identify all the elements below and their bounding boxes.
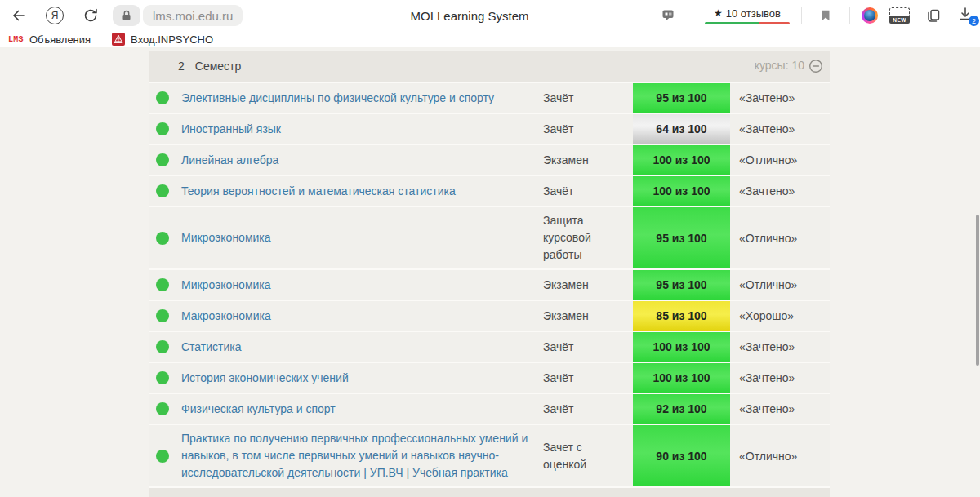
star-icon: ★	[714, 7, 723, 19]
url-field[interactable]: lms.moi.edu.ru	[143, 5, 243, 26]
assessment-type: Зачёт	[543, 396, 633, 423]
status-cell	[149, 207, 181, 268]
status-dot-icon	[156, 232, 169, 245]
course-link[interactable]: Иностранный язык	[181, 116, 543, 143]
ssl-lock-icon[interactable]	[113, 5, 140, 26]
course-row: Статистика Зачёт 100 из 100 «Зачтено»	[149, 332, 830, 363]
score-badge: 100 из 100	[633, 176, 730, 206]
status-cell	[149, 394, 181, 424]
collapse-minus-icon[interactable]	[808, 59, 823, 73]
extension-sphere-icon[interactable]	[862, 7, 878, 24]
status-dot-icon	[156, 184, 169, 197]
course-link[interactable]: Микроэкономика	[181, 224, 543, 251]
course-link[interactable]: Статистика	[181, 334, 543, 361]
assessment-type: Защита курсовой работы	[543, 207, 633, 268]
score-badge: 100 из 100	[633, 332, 730, 362]
status-cell	[149, 270, 181, 300]
course-row: Микроэкономика Экзамен 95 из 100 «Отличн…	[149, 270, 830, 301]
status-dot-icon	[156, 153, 169, 166]
course-row: Элективные дисциплины по физической куль…	[149, 83, 830, 114]
feedback-button[interactable]	[657, 3, 681, 28]
status-dot-icon	[156, 402, 169, 415]
course-row: Иностранный язык Зачёт 64 из 100 «Зачтен…	[149, 114, 830, 145]
reviews-rating-bar	[705, 22, 790, 24]
toolbar-right-icons: ★ 10 отзывов NEW 2	[657, 3, 973, 28]
status-dot-icon	[156, 371, 169, 384]
score-badge: 95 из 100	[633, 207, 730, 268]
page-content: 2 Семестр курсы: 10 Элективные дисциплин…	[0, 47, 980, 497]
address-bar[interactable]: lms.moi.edu.ru	[113, 5, 243, 26]
semester-number: 2	[178, 60, 185, 73]
vertical-scrollbar-thumb[interactable]	[976, 215, 979, 366]
course-row: Микроэкономика Защита курсовой работы 95…	[149, 207, 830, 270]
grade-text: «Зачтено»	[730, 180, 830, 202]
grades-table: 2 Семестр курсы: 10 Элективные дисциплин…	[149, 47, 830, 497]
status-dot-icon	[156, 309, 169, 322]
screenshot-new-icon[interactable]: NEW	[889, 7, 910, 24]
score-badge: 95 из 100	[633, 270, 730, 300]
lms-logo-icon: LMS	[8, 35, 24, 44]
course-row: Теория вероятностей и математическая ста…	[149, 176, 830, 207]
grade-text: «Зачтено»	[730, 335, 830, 358]
course-link[interactable]: Элективные дисциплины по физической куль…	[181, 85, 543, 112]
status-dot-icon	[156, 91, 169, 104]
bookmark-item-announcements[interactable]: LMS Объявления	[8, 33, 91, 46]
assessment-type: Зачёт	[543, 334, 633, 361]
bookmark-flag-icon	[818, 8, 833, 23]
score-badge: 90 из 100	[633, 425, 730, 486]
refresh-button[interactable]	[78, 3, 103, 28]
course-link[interactable]: Линейная алгебра	[181, 147, 543, 174]
status-cell	[149, 332, 181, 362]
score-badge: 95 из 100	[633, 83, 730, 113]
course-link[interactable]: Физическая культура и спорт	[181, 396, 543, 423]
courses-count-link[interactable]: курсы: 10	[755, 59, 804, 73]
toolbar-divider	[849, 7, 850, 24]
grade-text: «Хорошо»	[730, 304, 830, 327]
chat-bubble-icon	[661, 7, 677, 24]
bookmark-label: Вход.INPSYCHO	[131, 33, 213, 46]
assessment-type: Зачёт	[543, 178, 633, 205]
course-link[interactable]: Микроэкономика	[181, 272, 543, 299]
back-arrow-icon	[11, 7, 27, 24]
status-cell	[149, 145, 181, 175]
yandex-home-button[interactable]: Я	[42, 3, 67, 28]
bookmark-button[interactable]	[813, 3, 838, 28]
status-dot-icon	[156, 340, 169, 353]
back-button[interactable]	[7, 3, 31, 28]
downloads-button[interactable]: 2	[957, 6, 975, 25]
grade-text: «Отлично»	[730, 149, 830, 171]
course-row: История экономических учений Зачёт 100 и…	[149, 363, 830, 394]
bookmark-label: Объявления	[29, 33, 91, 46]
grade-text: «Зачтено»	[730, 366, 830, 389]
course-link[interactable]: Макроэкономика	[181, 303, 543, 330]
course-link[interactable]: Практика по получению первичных професси…	[181, 425, 543, 486]
course-link[interactable]: История экономических учений	[181, 365, 543, 392]
bookmarks-bar: LMS Объявления Вход.INPSYCHO	[0, 31, 980, 47]
assessment-type: Зачёт	[543, 365, 633, 392]
assessment-type: Экзамен	[543, 303, 633, 330]
bookmark-item-inpsycho[interactable]: Вход.INPSYCHO	[112, 33, 213, 46]
score-badge: 64 из 100	[633, 114, 730, 144]
course-link[interactable]: Теория вероятностей и математическая ста…	[181, 178, 543, 205]
crop-frame-icon	[889, 7, 910, 16]
collections-button[interactable]	[921, 3, 946, 28]
toolbar-divider	[693, 7, 693, 24]
course-row: Макроэкономика Экзамен 85 из 100 «Хорошо…	[149, 301, 830, 332]
status-dot-icon	[156, 122, 169, 135]
reviews-button[interactable]: ★ 10 отзывов	[705, 7, 790, 24]
assessment-type: Экзамен	[543, 147, 633, 174]
status-cell	[149, 83, 181, 113]
toolbar-divider	[801, 7, 802, 24]
assessment-type: Экзамен	[543, 272, 633, 299]
grade-text: «Отлично»	[730, 273, 830, 296]
courses-toggle[interactable]: курсы: 10	[755, 59, 823, 73]
score-badge: 100 из 100	[633, 363, 730, 393]
assessment-type: Зачет с оценкой	[543, 434, 633, 478]
yandex-logo-icon: Я	[46, 7, 64, 24]
collections-icon	[925, 7, 942, 24]
refresh-icon	[82, 7, 99, 24]
status-dot-icon	[156, 450, 169, 463]
pyramid-logo-icon	[112, 33, 125, 46]
course-row: Практика по получению первичных професси…	[149, 425, 830, 488]
score-badge: 85 из 100	[633, 301, 730, 331]
